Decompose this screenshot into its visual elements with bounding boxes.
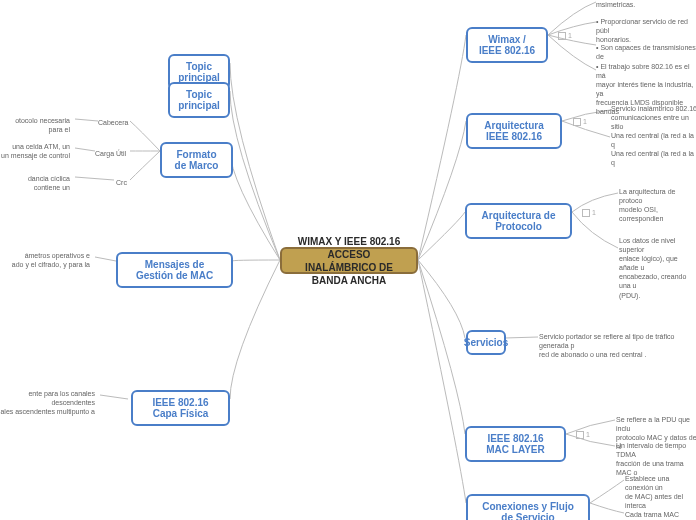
- txt-w1: • Proporcionar servicio de red públhonor…: [596, 17, 696, 44]
- node-arq[interactable]: Arquitectura IEEE 802.16: [466, 113, 562, 149]
- txt-w2: • Son capaces de transmisiones de: [596, 43, 696, 61]
- txt-f2: una celda ATM, unun mensaje de control: [0, 142, 70, 160]
- node-mensajes[interactable]: Mensajes de Gestión de MAC: [116, 252, 233, 288]
- txt-c2: Cada trama MAC incluye u: [625, 510, 696, 520]
- txt-pr2: Los datos de nivel superiorenlace lógico…: [619, 236, 696, 300]
- node-conex[interactable]: Conexiones y Flujo de Servicio: [466, 494, 590, 520]
- node-fisica[interactable]: IEEE 802.16 Capa Física: [131, 390, 230, 426]
- txt-m1: ámetros operativos eado y el cifrado, y …: [0, 251, 90, 269]
- txt-a2: Una red central (la red a la qUna red ce…: [611, 131, 696, 167]
- lbl-crc: Crc: [116, 178, 127, 187]
- txt-f3: dancia cíclica contiene un: [0, 174, 70, 192]
- badge-mac: 1: [576, 431, 590, 439]
- node-formato[interactable]: Formato de Marco: [160, 142, 233, 178]
- lbl-carga: Carga Útil: [95, 149, 126, 158]
- node-mac[interactable]: IEEE 802.16 MAC LAYER: [465, 426, 566, 462]
- badge-proto: 1: [582, 209, 596, 217]
- node-wimax[interactable]: Wimax / IEEE 802.16: [466, 27, 548, 63]
- txt-f1: otocolo necesaria para el: [0, 116, 70, 134]
- node-serv[interactable]: Servicios: [466, 330, 506, 355]
- txt-w0: msimetricas.: [596, 0, 696, 9]
- center-node[interactable]: WIMAX Y IEEE 802.16 ACCESO INALÁMBRICO D…: [280, 247, 418, 274]
- badge-arq: 1: [573, 118, 587, 126]
- txt-m2r: Un intervalo de tiempo TDMAfracción de u…: [616, 441, 696, 477]
- lbl-cabecera: Cabecera: [98, 118, 128, 127]
- center-label: WIMAX Y IEEE 802.16 ACCESO INALÁMBRICO D…: [294, 235, 404, 287]
- txt-pr1: La arquitectura de protocomodelo OSI, co…: [619, 187, 696, 223]
- txt-a1: Servicio inalámbrico 802.16comunicacione…: [611, 104, 696, 131]
- txt-p1: ente para los canales descendentesales a…: [0, 389, 95, 416]
- node-topic2[interactable]: Topic principal: [168, 82, 230, 118]
- badge-wimax: 1: [558, 32, 572, 40]
- txt-s1: Servicio portador se refiere al tipo de …: [539, 332, 696, 359]
- txt-c1: Establece una conexión únde MAC) antes d…: [625, 474, 696, 510]
- node-proto[interactable]: Arquitectura de Protocolo: [465, 203, 572, 239]
